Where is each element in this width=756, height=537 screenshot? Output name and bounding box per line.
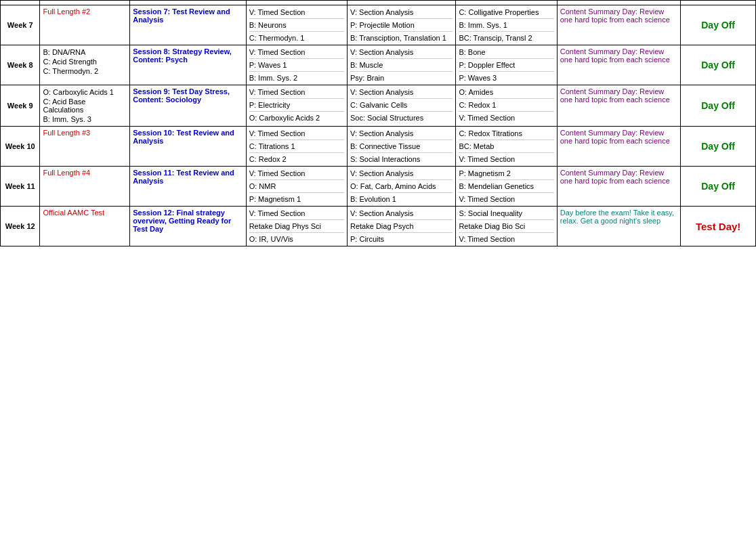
day1-cell: Official AAMC Test bbox=[40, 207, 130, 246]
header-day3 bbox=[246, 1, 347, 5]
day7-cell: Day Off bbox=[681, 85, 756, 127]
week-label: Week 12 bbox=[1, 207, 40, 246]
day5-cell: S: Social InequalityRetake Diag Bio SciV… bbox=[456, 207, 557, 246]
day7-cell: Day Off bbox=[681, 167, 756, 207]
day6-cell: Content Summary Day: Review one hard top… bbox=[557, 127, 681, 167]
day5-cell: C: Redox TitrationsBC: MetabV: Timed Sec… bbox=[456, 127, 557, 167]
header-day4 bbox=[348, 1, 456, 5]
day2-cell: Session 10: Test Review and Analysis bbox=[130, 127, 246, 167]
day4-cell: V: Section AnalysisO: Fat, Carb, Amino A… bbox=[348, 167, 456, 207]
day1-cell: Full Length #4 bbox=[40, 167, 130, 207]
day3-cell: V: Timed SectionB: NeuronsC: Thermodyn. … bbox=[246, 5, 347, 45]
day1-cell: O: Carboxylic Acids 1C: Acid Base Calcul… bbox=[40, 85, 130, 127]
day4-cell: V: Section AnalysisP: Projectile MotionB… bbox=[348, 5, 456, 45]
day3-cell: V: Timed SectionO: NMRP: Magnetism 1 bbox=[246, 167, 347, 207]
day4-cell: V: Section AnalysisRetake Diag PsychP: C… bbox=[348, 207, 456, 246]
day6-cell: Content Summary Day: Review one hard top… bbox=[557, 167, 681, 207]
day3-cell: V: Timed SectionRetake Diag Phys SciO: I… bbox=[246, 207, 347, 246]
week-label: Week 11 bbox=[1, 167, 40, 207]
day7-cell: Day Off bbox=[681, 5, 756, 45]
day2-cell: Session 8: Strategy Review, Content: Psy… bbox=[130, 45, 246, 85]
week-label: Week 7 bbox=[1, 5, 40, 45]
header-day1 bbox=[40, 1, 130, 5]
header-day2 bbox=[130, 1, 246, 5]
day2-cell: Session 12: Final strategy overview, Get… bbox=[130, 207, 246, 246]
day5-cell: P: Magnetism 2B: Mendelian GeneticsV: Ti… bbox=[456, 167, 557, 207]
day5-cell: C: Colligative PropertiesB: Imm. Sys. 1B… bbox=[456, 5, 557, 45]
day6-cell: Content Summary Day: Review one hard top… bbox=[557, 45, 681, 85]
header-week bbox=[1, 1, 40, 5]
day7-cell: Day Off bbox=[681, 127, 756, 167]
day4-cell: V: Section AnalysisB: Connective TissueS… bbox=[348, 127, 456, 167]
day6-cell: Content Summary Day: Review one hard top… bbox=[557, 85, 681, 127]
header-day6 bbox=[557, 1, 681, 5]
header-day5 bbox=[456, 1, 557, 5]
day6-cell: Content Summary Day: Review one hard top… bbox=[557, 5, 681, 45]
day3-cell: V: Timed SectionP: ElectricityO: Carboxy… bbox=[246, 85, 347, 127]
day5-cell: O: AmidesC: Redox 1V: Timed Section bbox=[456, 85, 557, 127]
day4-cell: V: Section AnalysisB: MusclePsy: Brain bbox=[348, 45, 456, 85]
day2-cell: Session 11: Test Review and Analysis bbox=[130, 167, 246, 207]
day3-cell: V: Timed SectionP: Waves 1B: Imm. Sys. 2 bbox=[246, 45, 347, 85]
day3-cell: V: Timed SectionC: Titrations 1C: Redox … bbox=[246, 127, 347, 167]
week-label: Week 10 bbox=[1, 127, 40, 167]
week-label: Week 8 bbox=[1, 45, 40, 85]
day2-cell: Session 7: Test Review and Analysis bbox=[130, 5, 246, 45]
day1-cell: Full Length #2 bbox=[40, 5, 130, 45]
day5-cell: B: BoneP: Doppler EffectP: Waves 3 bbox=[456, 45, 557, 85]
week-label: Week 9 bbox=[1, 85, 40, 127]
day7-cell: Day Off bbox=[681, 45, 756, 85]
day6-cell: Day before the exam! Take it easy, relax… bbox=[557, 207, 681, 246]
day1-cell: B: DNA/RNAC: Acid StrengthC: Thermodyn. … bbox=[40, 45, 130, 85]
day7-cell: Test Day! bbox=[681, 207, 756, 246]
day4-cell: V: Section AnalysisC: Galvanic CellsSoc:… bbox=[348, 85, 456, 127]
day2-cell: Session 9: Test Day Stress, Content: Soc… bbox=[130, 85, 246, 127]
header-day7 bbox=[681, 1, 756, 5]
day1-cell: Full Length #3 bbox=[40, 127, 130, 167]
